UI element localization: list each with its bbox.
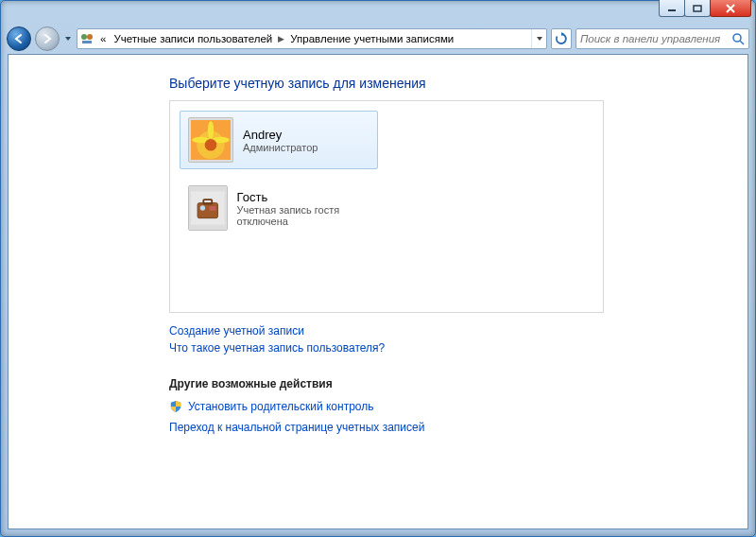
svg-rect-18 — [210, 206, 216, 210]
search-icon — [731, 32, 745, 45]
svg-rect-14 — [198, 203, 217, 218]
refresh-icon — [555, 32, 568, 45]
svg-rect-1 — [694, 6, 701, 11]
account-text: Andrey Администратор — [243, 128, 318, 153]
page-title: Выберите учетную запись для изменения — [169, 76, 747, 91]
client-area: Выберите учетную запись для изменения — [8, 54, 748, 529]
flower-avatar-icon — [191, 120, 231, 160]
close-button[interactable] — [710, 0, 751, 17]
svg-point-9 — [208, 121, 214, 139]
account-item-guest[interactable]: Гость Учетная запись гостя отключена — [180, 179, 378, 237]
svg-line-6 — [740, 41, 744, 44]
nav-history-dropdown-icon[interactable] — [63, 34, 73, 43]
window-controls — [660, 0, 751, 17]
svg-rect-0 — [668, 9, 676, 11]
suitcase-avatar-icon — [191, 188, 225, 228]
account-role: Администратор — [243, 142, 318, 153]
window-frame: « Учетные записи пользователей ▶ Управле… — [0, 0, 756, 537]
maximize-button[interactable] — [684, 0, 711, 17]
account-name: Гость — [237, 190, 369, 204]
link-whatis-account[interactable]: Что такое учетная запись пользователя? — [169, 339, 747, 356]
back-arrow-icon — [12, 32, 26, 45]
address-bar-dropdown[interactable] — [531, 29, 546, 48]
svg-point-5 — [733, 34, 741, 42]
svg-point-3 — [87, 34, 93, 40]
link-create-account[interactable]: Создание учетной записи — [169, 322, 747, 339]
svg-rect-4 — [82, 41, 92, 43]
avatar — [188, 185, 228, 231]
link-parental-controls[interactable]: Установить родительский контроль — [188, 398, 374, 415]
link-row-goto: Переход к начальной странице учетных зап… — [169, 417, 747, 438]
back-button[interactable] — [7, 26, 31, 51]
maximize-icon — [693, 5, 702, 12]
avatar — [188, 117, 233, 163]
address-bar[interactable]: « Учетные записи пользователей ▶ Управле… — [77, 28, 547, 49]
account-text: Гость Учетная запись гостя отключена — [237, 190, 369, 227]
close-icon — [725, 4, 736, 13]
breadcrumb: « Учетные записи пользователей ▶ Управле… — [96, 29, 531, 48]
breadcrumb-item-accounts[interactable]: Учетные записи пользователей — [110, 29, 276, 48]
svg-point-12 — [205, 139, 217, 151]
control-panel-icon — [77, 29, 96, 48]
minimize-icon — [667, 5, 677, 12]
forward-button[interactable] — [35, 26, 60, 51]
breadcrumb-item-manage[interactable]: Управление учетными записями — [286, 29, 457, 48]
link-row-parental: Установить родительский контроль — [169, 396, 747, 417]
link-goto-accounts-home[interactable]: Переход к начальной странице учетных зап… — [169, 419, 424, 436]
search-box[interactable] — [576, 28, 749, 49]
chevron-right-icon[interactable]: ▶ — [276, 34, 286, 43]
navigation-bar: « Учетные записи пользователей ▶ Управле… — [1, 24, 755, 54]
account-role: Учетная запись гостя отключена — [237, 204, 369, 227]
other-actions-title: Другие возможные действия — [169, 377, 747, 390]
chevron-down-icon — [536, 35, 543, 43]
titlebar[interactable] — [1, 1, 755, 24]
accounts-panel: Andrey Администратор — [169, 100, 604, 313]
svg-point-17 — [200, 205, 205, 210]
svg-point-2 — [81, 34, 87, 40]
links-group: Создание учетной записи Что такое учетна… — [169, 322, 747, 356]
refresh-button[interactable] — [551, 28, 572, 49]
search-input[interactable] — [580, 33, 731, 44]
account-name: Andrey — [243, 128, 318, 142]
account-item-andrey[interactable]: Andrey Администратор — [180, 111, 378, 169]
minimize-button[interactable] — [659, 0, 685, 17]
shield-icon — [169, 400, 182, 413]
forward-arrow-icon — [41, 32, 54, 45]
breadcrumb-overflow[interactable]: « — [96, 29, 110, 48]
